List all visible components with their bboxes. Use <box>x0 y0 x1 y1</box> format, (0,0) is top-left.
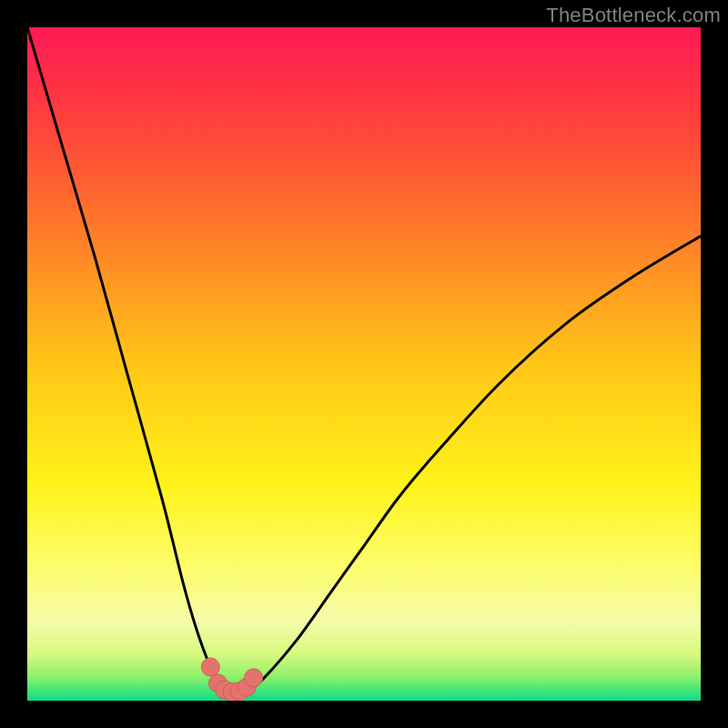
watermark-text: TheBottleneck.com <box>546 4 721 27</box>
chart-frame: TheBottleneck.com <box>0 0 728 728</box>
bottleneck-chart <box>27 27 701 701</box>
highlight-dot <box>201 658 219 676</box>
plot-area <box>27 27 701 701</box>
highlight-dot <box>245 669 263 687</box>
heatmap-background <box>27 27 701 701</box>
